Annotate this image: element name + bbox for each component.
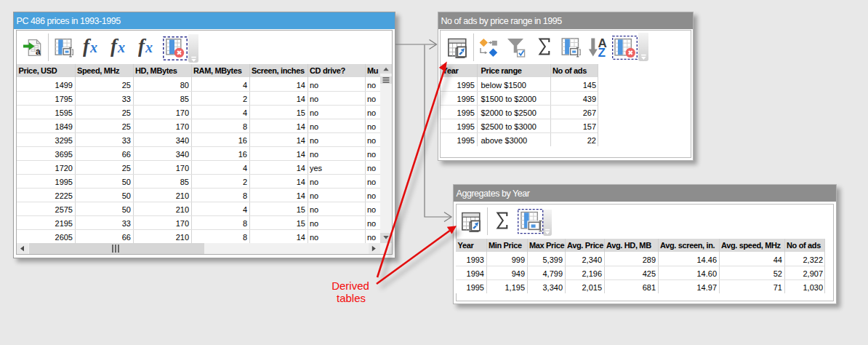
svg-text:Derived: Derived <box>331 279 369 292</box>
svg-text:tables: tables <box>337 292 366 304</box>
